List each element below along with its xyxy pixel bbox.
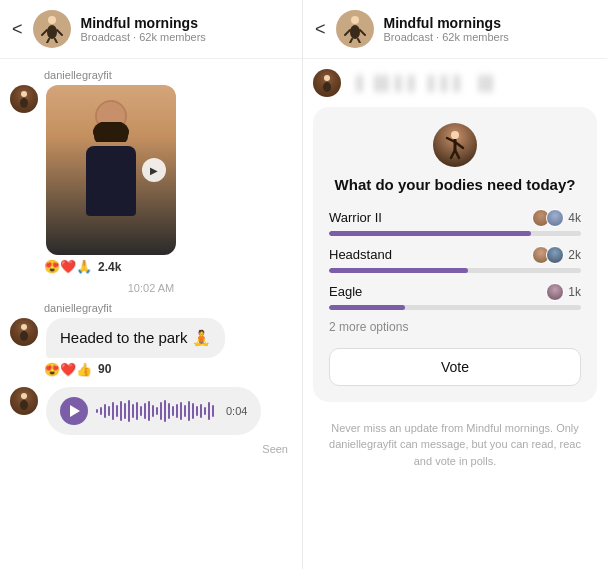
poll-option-2: Headstand 2k	[329, 246, 581, 273]
poll-option-2-header: Headstand 2k	[329, 246, 581, 264]
waveform-bar	[96, 409, 98, 413]
reaction-emojis-2: 😍❤️👍	[44, 362, 92, 377]
waveform-bar	[208, 402, 210, 420]
svg-point-22	[323, 82, 331, 92]
waveform-bar	[204, 407, 206, 415]
voter-avatar-3a	[546, 283, 564, 301]
svg-line-19	[350, 39, 352, 43]
notice-text: Never miss an update from Mindful mornin…	[303, 412, 607, 478]
svg-point-12	[20, 331, 28, 341]
reaction-emojis-1: 😍❤️🙏	[44, 259, 92, 274]
poll-option-1-header: Warrior II 4k	[329, 209, 581, 227]
waveform-bar	[196, 406, 198, 416]
right-channel-subtitle: Broadcast · 62k members	[384, 31, 595, 43]
waveform-bar	[200, 404, 202, 418]
waveform-bar	[176, 404, 178, 418]
waveform-bar	[168, 403, 170, 419]
audio-waveform	[96, 399, 214, 423]
text-reactions: 😍❤️👍 90	[44, 362, 302, 377]
poll-card: What do your bodies need today? Warrior …	[313, 107, 597, 402]
video-reactions: 😍❤️🙏 2.4k	[44, 259, 302, 274]
blurred-text: ▌▐▌▌▌ ▌▌▌ ▐▌	[357, 75, 500, 91]
channel-subtitle: Broadcast · 62k members	[81, 31, 290, 43]
right-back-button[interactable]: <	[315, 19, 326, 40]
sender-name-1: daniellegrayfit	[44, 69, 302, 81]
left-header: < Mindful mornings Broadcast · 62k membe…	[0, 0, 302, 59]
waveform-bar	[192, 403, 194, 419]
right-header-info: Mindful mornings Broadcast · 62k members	[384, 15, 595, 43]
audio-message-row: 0:04	[0, 387, 302, 435]
audio-play-button[interactable]	[60, 397, 88, 425]
waveform-bar	[212, 405, 214, 417]
svg-point-1	[47, 25, 57, 39]
back-button[interactable]: <	[12, 19, 23, 40]
svg-line-20	[358, 39, 360, 43]
video-bubble[interactable]: ▶	[46, 85, 176, 255]
poll-bar-fill-3	[329, 305, 405, 310]
right-channel-title: Mindful mornings	[384, 15, 595, 31]
sender-name-2: daniellegrayfit	[44, 302, 302, 314]
msg-avatar-2	[10, 318, 38, 346]
svg-line-4	[47, 39, 49, 43]
blurred-msg-avatar	[313, 69, 341, 97]
poll-option-2-right: 2k	[532, 246, 581, 264]
poll-avatar	[433, 123, 477, 167]
person-figure	[86, 100, 136, 216]
poll-option-2-count: 2k	[568, 248, 581, 262]
video-play-icon[interactable]: ▶	[142, 158, 166, 182]
play-triangle-icon	[70, 405, 80, 417]
right-header: < Mindful mornings Broadcast · 62k membe…	[303, 0, 607, 59]
channel-title: Mindful mornings	[81, 15, 290, 31]
right-channel-avatar	[336, 10, 374, 48]
waveform-bar	[156, 407, 158, 415]
right-panel: < Mindful mornings Broadcast · 62k membe…	[303, 0, 607, 569]
reaction-count-2: 90	[98, 362, 111, 376]
waveform-bar	[120, 401, 122, 421]
more-options-label: 2 more options	[329, 320, 581, 334]
waveform-bar	[116, 405, 118, 417]
poll-option-1-right: 4k	[532, 209, 581, 227]
seen-label: Seen	[0, 439, 302, 459]
waveform-bar	[180, 402, 182, 420]
waveform-bar	[132, 404, 134, 418]
waveform-bar	[144, 403, 146, 419]
text-message-content: Headed to the park 🧘	[60, 329, 211, 346]
waveform-bar	[148, 401, 150, 421]
svg-point-15	[351, 16, 359, 24]
svg-point-0	[48, 16, 56, 24]
header-info: Mindful mornings Broadcast · 62k members	[81, 15, 290, 43]
svg-point-14	[20, 400, 28, 410]
svg-line-3	[57, 30, 62, 35]
waveform-bar	[108, 406, 110, 416]
blurred-message-row: ▌▐▌▌▌ ▌▌▌ ▐▌	[303, 69, 607, 97]
right-chat-content: ▌▐▌▌▌ ▌▌▌ ▐▌ What do your bodies need	[303, 59, 607, 569]
waveform-bar	[104, 404, 106, 418]
poll-question: What do your bodies need today?	[329, 175, 581, 195]
voter-avatars-3	[546, 283, 564, 301]
poll-bar-fill-1	[329, 231, 531, 236]
waveform-bar	[140, 406, 142, 416]
audio-bubble: 0:04	[46, 387, 261, 435]
svg-point-7	[20, 98, 28, 108]
waveform-bar	[184, 405, 186, 417]
voter-avatars-1	[532, 209, 564, 227]
svg-point-6	[21, 91, 27, 97]
waveform-bar	[128, 400, 130, 422]
poll-option-3: Eagle 1k	[329, 283, 581, 310]
text-message-row: Headed to the park 🧘	[0, 318, 302, 358]
voter-avatar-2b	[546, 246, 564, 264]
poll-bar-track-1	[329, 231, 581, 236]
poll-option-1-label: Warrior II	[329, 210, 382, 225]
waveform-bar	[136, 402, 138, 420]
vote-button[interactable]: Vote	[329, 348, 581, 386]
poll-option-3-header: Eagle 1k	[329, 283, 581, 301]
reaction-count-1: 2.4k	[98, 260, 121, 274]
audio-duration: 0:04	[226, 405, 247, 417]
svg-point-16	[350, 25, 360, 39]
left-chat-content: daniellegrayfit	[0, 59, 302, 569]
svg-point-21	[324, 75, 330, 81]
waveform-bar	[112, 402, 114, 420]
svg-point-13	[21, 393, 27, 399]
poll-bar-fill-2	[329, 268, 468, 273]
poll-option-3-count: 1k	[568, 285, 581, 299]
